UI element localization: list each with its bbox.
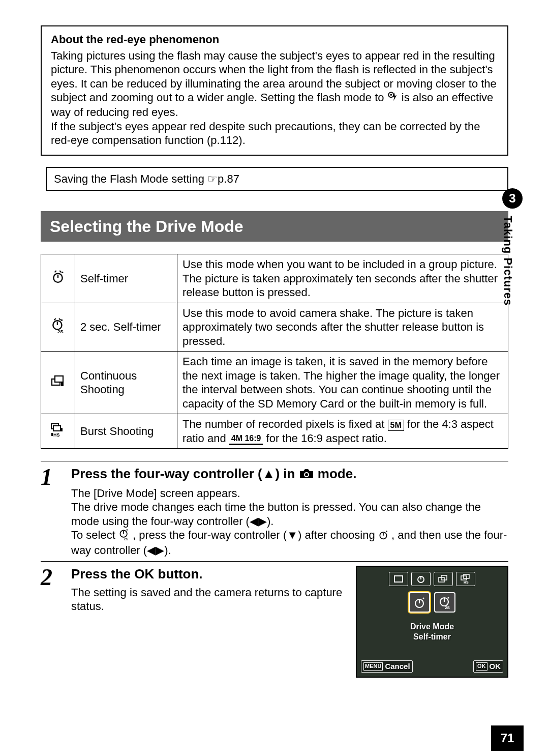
chapter-number-circle: 3 [502,188,523,209]
standard-icon [389,572,408,586]
burst-shooting-icon: HS [456,572,475,586]
svg-text:2S: 2S [445,605,450,610]
mode-desc: Use this mode when you want to be includ… [177,254,508,303]
step-body: Press the OK button. The setting is save… [71,566,508,678]
menu-cancel-label: MENU Cancel [361,660,413,673]
content: About the red-eye phenomenon Taking pict… [25,5,524,678]
svg-point-35 [448,597,449,599]
self-timer-icon [411,572,431,586]
lcd-center-text: Drive Mode Self-timer [357,622,507,642]
svg-point-21 [386,531,387,532]
sheet: About the red-eye phenomenon Taking pict… [25,5,524,751]
section-heading: Selecting the Drive Mode [41,211,508,242]
self-timer-2s-icon: 2S [118,529,130,543]
step-1: 1 Press the four-way controller (▲) in m… [41,461,508,557]
self-timer-icon [378,529,388,543]
self-timer-2s-icon: 2S [41,303,75,352]
table-row: 2S 2 sec. Self-timer Use this mode to av… [41,303,508,352]
redeye-flash-icon [387,91,399,106]
mode-desc: Use this mode to avoid camera shake. The… [177,303,508,352]
svg-point-5 [61,319,63,321]
continuous-shooting-icon [41,352,75,414]
lcd-selected-icons: 2S [357,592,507,613]
lcd-bottom-bar: MENU Cancel OK OK [361,660,503,673]
svg-text:HS: HS [464,580,469,584]
lcd-illustration: HS 2S Drive Mode Self-timer [356,566,508,678]
step-title: Press the four-way controller (▲) in mod… [71,466,508,483]
manual-page: About the red-eye phenomenon Taking pict… [0,0,549,756]
mode-name: Continuous Shooting [75,352,177,414]
svg-rect-14 [51,433,53,436]
continuous-shooting-icon [434,572,453,586]
mode-desc: The number of recorded pixels is fixed a… [177,414,508,449]
lcd-top-icons: HS [357,572,507,586]
svg-text:2S: 2S [57,329,64,334]
svg-text:HS: HS [53,432,60,438]
svg-rect-22 [394,576,403,582]
redeye-info-box: About the red-eye phenomenon Taking pict… [41,25,508,156]
svg-rect-8 [55,376,63,382]
mode-name: Burst Shooting [75,414,177,449]
mode-name: 2 sec. Self-timer [75,303,177,352]
step-text: The setting is saved and the camera retu… [71,586,346,614]
step-text: The drive mode changes each time the but… [71,500,508,528]
pixel-4m-169-badge: 4M 16:9 [229,433,263,445]
side-tab: 3 Taking Pictures [501,188,524,306]
box-title: About the red-eye phenomenon [51,33,498,47]
step-title: Press the OK button. [71,566,346,583]
svg-rect-11 [53,426,60,431]
saving-reference-text: Saving the Flash Mode setting ☞p.87 [54,172,239,185]
step-2: 2 Press the OK button. The setting is sa… [41,561,508,678]
mode-name: Self-timer [75,254,177,303]
svg-point-1 [390,94,392,96]
table-row: HS Burst Shooting The number of recorded… [41,414,508,449]
saving-reference-box: Saving the Flash Mode setting ☞p.87 [46,167,508,191]
self-timer-icon [41,254,75,303]
ok-label: OK OK [473,660,503,673]
drive-mode-table: Self-timer Use this mode when you want t… [41,254,508,449]
svg-rect-9 [61,382,64,386]
pixel-5m-badge: 5M [388,420,404,431]
self-timer-icon-selected [409,592,430,613]
chapter-label: Taking Pictures [501,216,514,306]
svg-point-32 [423,598,424,599]
self-timer-2s-icon: 2S [434,592,455,613]
svg-rect-12 [60,428,63,431]
table-row: Self-timer Use this mode when you want t… [41,254,508,303]
camera-icon [299,467,314,483]
page-number: 71 [491,725,524,751]
step-number: 1 [41,466,71,557]
step-number: 2 [41,566,71,678]
step-body: Press the four-way controller (▲) in mod… [71,466,508,557]
svg-text:2S: 2S [124,537,129,541]
mode-desc: Each time an image is taken, it is saved… [177,352,508,414]
svg-point-3 [62,272,63,273]
box-text: Taking pictures using the flash may caus… [51,49,498,148]
step-text: To select 2S , press the four-way contro… [71,528,508,557]
burst-shooting-icon: HS [41,414,75,449]
svg-point-18 [127,530,128,531]
svg-point-16 [305,473,308,476]
table-row: Continuous Shooting Each time an image i… [41,352,508,414]
step-text: The [Drive Mode] screen appears. [71,486,508,501]
